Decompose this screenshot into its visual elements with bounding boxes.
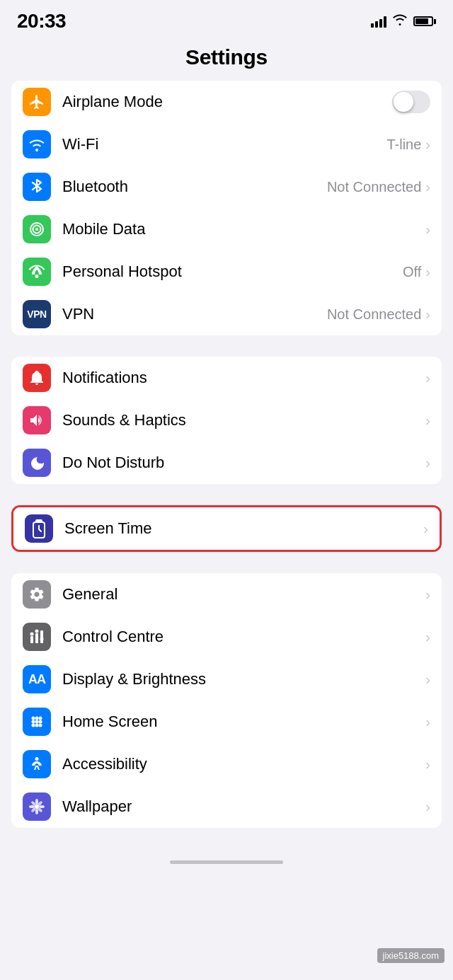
svg-point-21	[39, 724, 42, 727]
svg-point-20	[35, 724, 39, 727]
svg-point-12	[40, 638, 44, 641]
svg-point-27	[39, 805, 45, 808]
wifi-label: Wi-Fi	[62, 135, 386, 154]
sounds-haptics-icon	[23, 406, 51, 434]
accessibility-row[interactable]: Accessibility ›	[11, 743, 442, 785]
control-centre-row[interactable]: Control Centre ›	[11, 616, 442, 658]
airplane-mode-row[interactable]: Airplane Mode	[11, 81, 442, 123]
svg-rect-8	[35, 633, 38, 643]
vpn-chevron: ›	[425, 306, 430, 323]
home-screen-icon	[23, 708, 51, 736]
display-brightness-chevron: ›	[425, 671, 430, 688]
sounds-haptics-label: Sounds & Haptics	[62, 411, 425, 430]
svg-point-4	[35, 275, 39, 278]
airplane-mode-label: Airplane Mode	[62, 93, 392, 111]
wallpaper-icon	[23, 792, 51, 821]
page-title: Settings	[0, 45, 453, 69]
wifi-row[interactable]: Wi-Fi T-line ›	[11, 123, 442, 166]
svg-point-26	[29, 805, 35, 808]
vpn-label: VPN	[62, 305, 327, 323]
mobile-data-label: Mobile Data	[62, 220, 425, 238]
wallpaper-label: Wallpaper	[62, 797, 425, 816]
screen-time-row[interactable]: Screen Time ›	[13, 507, 440, 550]
wallpaper-row[interactable]: Wallpaper ›	[11, 785, 442, 828]
bluetooth-row[interactable]: Bluetooth Not Connected ›	[11, 166, 442, 208]
svg-point-10	[30, 633, 34, 636]
display-brightness-row[interactable]: AA Display & Brightness ›	[11, 658, 442, 701]
mobile-data-row[interactable]: Mobile Data ›	[11, 208, 442, 250]
screen-time-chevron: ›	[423, 521, 428, 537]
control-centre-icon	[23, 623, 51, 651]
svg-point-17	[35, 720, 39, 724]
connectivity-group: Airplane Mode Wi-Fi T-line › Bluetooth N…	[11, 81, 442, 335]
personal-hotspot-chevron: ›	[425, 264, 430, 280]
mobile-data-chevron: ›	[425, 221, 430, 238]
wifi-status-icon	[392, 14, 408, 29]
svg-point-3	[35, 228, 38, 231]
screen-time-group: Screen Time ›	[11, 505, 442, 552]
wallpaper-chevron: ›	[425, 799, 430, 815]
page-title-bar: Settings	[0, 40, 453, 81]
sounds-haptics-row[interactable]: Sounds & Haptics ›	[11, 399, 442, 442]
status-time: 20:33	[17, 10, 66, 33]
do-not-disturb-row[interactable]: Do Not Disturb ›	[11, 442, 442, 484]
airplane-mode-toggle[interactable]	[392, 91, 430, 113]
vpn-icon: VPN	[23, 300, 51, 328]
airplane-mode-icon	[23, 88, 51, 116]
sounds-haptics-chevron: ›	[425, 413, 430, 429]
general-row[interactable]: General ›	[11, 573, 442, 616]
do-not-disturb-icon	[23, 449, 51, 477]
svg-point-15	[39, 717, 42, 720]
watermark: jixie5188.com	[377, 948, 445, 963]
notifications-label: Notifications	[62, 369, 425, 387]
general-label: General	[62, 585, 425, 604]
svg-rect-9	[40, 630, 43, 643]
svg-point-22	[35, 757, 39, 761]
notifications-group: Notifications › Sounds & Haptics › Do No…	[11, 357, 442, 484]
personal-hotspot-label: Personal Hotspot	[62, 263, 403, 281]
general-icon	[23, 580, 51, 609]
svg-point-25	[35, 809, 38, 814]
wifi-value: T-line	[386, 137, 421, 153]
system-group: General › Control Centre › AA Display & …	[11, 573, 442, 828]
control-centre-chevron: ›	[425, 629, 430, 645]
svg-point-24	[35, 799, 38, 805]
svg-point-14	[35, 717, 39, 720]
personal-hotspot-row[interactable]: Personal Hotspot Off ›	[11, 250, 442, 293]
home-screen-chevron: ›	[425, 714, 430, 730]
battery-icon	[413, 16, 436, 26]
notifications-row[interactable]: Notifications ›	[11, 357, 442, 399]
display-brightness-label: Display & Brightness	[62, 670, 425, 688]
screen-time-label: Screen Time	[64, 519, 423, 538]
mobile-data-icon	[23, 215, 51, 243]
signal-icon	[371, 15, 386, 28]
bluetooth-label: Bluetooth	[62, 178, 327, 196]
vpn-row[interactable]: VPN VPN Not Connected ›	[11, 293, 442, 335]
accessibility-label: Accessibility	[62, 755, 425, 773]
display-brightness-icon: AA	[23, 665, 51, 693]
vpn-value: Not Connected	[327, 306, 421, 323]
accessibility-chevron: ›	[425, 756, 430, 773]
svg-point-13	[32, 717, 35, 720]
status-bar: 20:33	[0, 0, 453, 40]
home-screen-label: Home Screen	[62, 713, 425, 731]
svg-point-16	[32, 720, 35, 724]
wifi-icon	[23, 130, 51, 158]
bluetooth-chevron: ›	[425, 179, 430, 195]
svg-point-0	[35, 149, 38, 151]
accessibility-icon	[23, 750, 51, 778]
svg-point-11	[35, 630, 39, 633]
home-screen-row[interactable]: Home Screen ›	[11, 701, 442, 743]
general-chevron: ›	[425, 587, 430, 603]
notifications-chevron: ›	[425, 370, 430, 386]
do-not-disturb-label: Do Not Disturb	[62, 454, 425, 472]
personal-hotspot-icon	[23, 258, 51, 286]
wifi-chevron: ›	[425, 137, 430, 153]
bluetooth-icon	[23, 173, 51, 201]
control-centre-label: Control Centre	[62, 628, 425, 646]
status-icons	[371, 14, 436, 29]
screen-time-icon	[25, 514, 53, 543]
do-not-disturb-chevron: ›	[425, 455, 430, 471]
bluetooth-value: Not Connected	[327, 179, 421, 195]
notifications-icon	[23, 364, 51, 392]
